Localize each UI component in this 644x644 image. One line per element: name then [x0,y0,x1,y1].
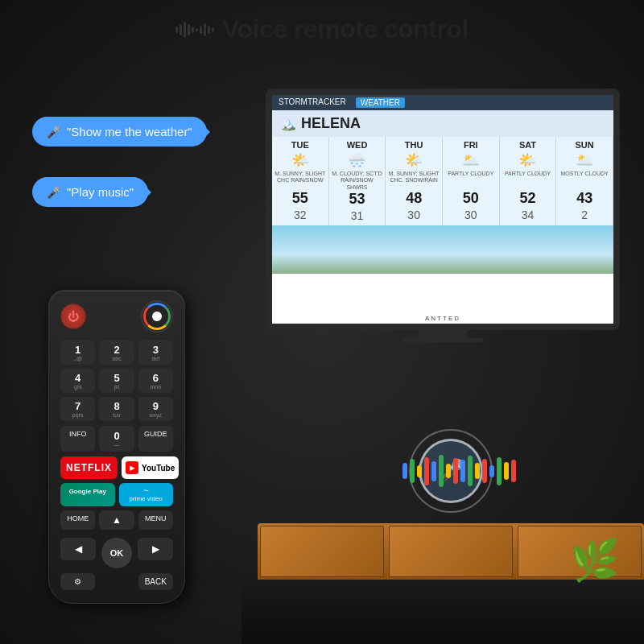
num-button-6[interactable]: 6mno [138,369,173,393]
sound-bar-2 [417,465,422,477]
weather-day-thu: THU 🌤️ M. SUNNY; SLIGHT CHC. SNOW/RAIN 4… [386,137,443,225]
num-button-3[interactable]: 3def [138,341,173,365]
weather-grid: TUE 🌤️ M. SUNNY; SLIGHT CHC RAIN/SNOW 55… [272,137,613,225]
cabinet-door-middle [389,526,513,577]
weather-day-wed: WED 🌨️ M. CLOUDY; SCT'D RAIN/SNOW SHWRS … [329,137,386,225]
google-play-button[interactable]: Google Play [60,483,115,506]
streaming-apps-row2: Google Play 〜 prime video [60,483,173,506]
sound-bar-11 [482,459,487,483]
remote-control: ⏻ 1.,@2abc3def4ghi5jkl6mno7pqrs8tuv9wxyz… [48,290,185,604]
num-button-5[interactable]: 5jkl [99,369,134,393]
sky-background [272,225,613,274]
sound-bar-13 [497,457,502,485]
furniture-area: 🌿 [242,499,644,644]
sound-bar-10 [475,463,480,479]
weather-day-fri: FRI 🌥️ PARTLY CLOUDY 50 30 [443,137,500,225]
tv-base [402,338,483,342]
home-menu-row: HOME ▲ MENU [60,510,173,530]
right-button[interactable]: ▶ [138,538,173,560]
sound-bar-3 [424,457,429,485]
city-header: 🏔️ HELENA [272,110,613,137]
zero-button[interactable]: 0 — [99,426,134,452]
remote-top-row: ⏻ [60,300,173,332]
sound-bar-6 [446,464,451,478]
mountain-icon: 🏔️ [280,116,296,131]
prime-video-button[interactable]: 〜 prime video [119,483,174,506]
number-pad: 1.,@2abc3def4ghi5jkl6mno7pqrs8tuv9wxyz [60,341,173,421]
tv-frame: STORMTRACKER WEATHER 🏔️ HELENA TUE 🌤️ M.… [266,89,620,330]
sound-bar-9 [468,456,473,486]
ok-button[interactable]: OK [101,538,132,568]
sound-bar-15 [511,460,516,482]
home-button[interactable]: HOME [60,510,95,530]
cabinet-door-left [260,526,384,577]
ga-dot [152,312,162,321]
num-button-4[interactable]: 4ghi [60,369,95,393]
num-button-1[interactable]: 1.,@ [60,341,95,365]
settings-row: ⚙ BACK [60,573,173,590]
info-guide-row: INFO 0 — GUIDE [60,426,173,452]
sound-bar-5 [439,455,444,487]
mic-icon-2: 🎤 [47,186,60,199]
tv-brand: ANTTED [425,315,460,322]
netflix-button[interactable]: NETFLIX [60,456,118,479]
youtube-button[interactable]: ▶ YouTube [122,456,179,479]
num-button-9[interactable]: 9wxyz [138,397,173,421]
title-area: Voice remote control [0,14,644,44]
mic-icon-1: 🎤 [47,126,60,138]
dpad: ◀ OK ▶ [60,535,173,568]
city-name: HELENA [301,115,361,132]
left-button[interactable]: ◀ [60,538,96,560]
weather-channel-bar: STORMTRACKER WEATHER [272,95,613,110]
power-button[interactable]: ⏻ [60,303,86,329]
info-button[interactable]: INFO [60,426,95,452]
num-button-7[interactable]: 7pqrs [60,397,95,421]
back-button[interactable]: BACK [138,573,173,590]
num-button-8[interactable]: 8tuv [99,397,134,421]
menu-button[interactable]: MENU [138,510,173,530]
num-button-2[interactable]: 2abc [99,341,134,365]
weather-day-tue: TUE 🌤️ M. SUNNY; SLIGHT CHC RAIN/SNOW 55… [272,137,329,225]
sound-bar-0 [402,463,407,479]
streaming-apps-row1: NETFLIX ▶ YouTube [60,456,173,479]
sound-bar-8 [460,460,465,482]
weather-day-sat: SAT 🌤️ PARTLY CLOUDY 52 34 [500,137,557,225]
tv-display: STORMTRACKER WEATHER 🏔️ HELENA TUE 🌤️ M.… [266,89,620,330]
sound-bar-12 [489,465,494,477]
sound-bar-1 [410,459,415,483]
settings-button[interactable]: ⚙ [60,573,95,590]
tv-stand [419,330,467,338]
sound-wave-icon [175,22,214,38]
page-title: Voice remote control [222,14,469,44]
sound-bar-4 [431,461,436,481]
plant-decoration: 🌿 [570,537,620,584]
sound-bar-14 [504,462,509,480]
guide-button[interactable]: GUIDE [138,426,173,452]
youtube-play-icon: ▶ [126,461,138,474]
floor [242,580,644,644]
sound-bar-7 [453,458,458,484]
up-button[interactable]: ▲ [99,510,134,530]
google-assistant-button[interactable] [141,300,173,332]
weather-day-sun: SUN 🌥️ MOSTLY CLOUDY 43 2 [556,137,613,225]
sound-bars [314,455,604,487]
speech-bubble-weather: 🎤 "Show me the weather" [32,117,207,147]
speech-bubble-music: 🎤 "Play music" [32,177,148,207]
tv-screen: STORMTRACKER WEATHER 🏔️ HELENA TUE 🌤️ M.… [272,95,613,324]
